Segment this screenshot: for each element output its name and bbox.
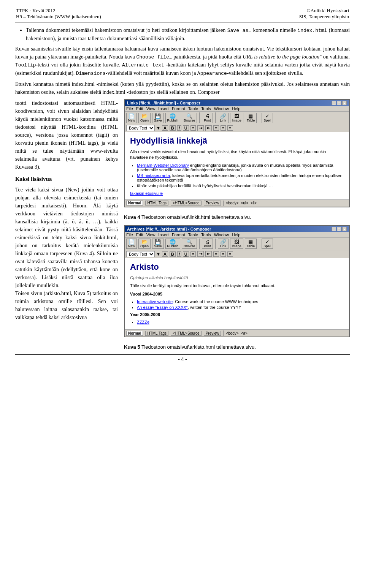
status-ul-tag-1: <ul> <box>241 201 248 205</box>
status-html-source-tab-1[interactable]: <HTML>Source <box>171 201 202 205</box>
maximize-btn-1[interactable]: □ <box>337 101 341 105</box>
link-mb[interactable]: MB-hintaseuranta <box>137 173 170 178</box>
toolbar-table-2[interactable]: ▦Table <box>245 239 257 249</box>
toolbar-publish-1[interactable]: 🌐Publish <box>165 113 181 123</box>
toolbar-new-1[interactable]: 📄New <box>126 113 137 123</box>
toolbar-save-1[interactable]: 💾Save <box>152 113 164 123</box>
menu-insert-1[interactable]: Insert <box>158 106 169 111</box>
toolbar-table-1[interactable]: ▦Table <box>245 113 257 123</box>
format-outdent-2[interactable]: ⇤ <box>205 251 212 257</box>
list-item: Merriam-Webster Dictionary englanti-engl… <box>137 163 344 172</box>
status-normal-tab-1[interactable]: Normal <box>126 201 143 205</box>
minimize-btn-1[interactable]: _ <box>332 101 336 105</box>
menu-window-2[interactable]: Window <box>214 232 229 237</box>
format-italic-2[interactable]: I <box>177 251 181 257</box>
toolbar-open-1[interactable]: 📂Open <box>138 113 151 123</box>
menu-file-2[interactable]: File <box>126 232 133 237</box>
col-left: tuotti tiedostostasi automaattisesti HTM… <box>15 99 118 350</box>
toolbar-publish-2[interactable]: 🌐Publish <box>165 239 181 249</box>
toolbar-print-1[interactable]: 🖨Print <box>202 113 213 123</box>
format-bullets-2[interactable]: ≡ <box>190 251 196 257</box>
menu-help-1[interactable]: Help <box>232 106 241 111</box>
toolbar-spell-1[interactable]: ✓Spell <box>262 113 273 123</box>
toolbar-image-1[interactable]: 🖼Image <box>230 113 243 123</box>
toolbar-image-2[interactable]: 🖼Image <box>230 239 243 249</box>
toolbar-save-2[interactable]: 💾Save <box>152 239 164 249</box>
format-bullets-1[interactable]: ≡ <box>190 125 196 131</box>
toolbar-link-2[interactable]: 🔗Link <box>218 239 229 249</box>
caption2-text: Tiedostoon omatsivut\arkisto.html tallen… <box>140 344 256 350</box>
format-align-right-2[interactable]: ≡ <box>227 251 233 257</box>
composer-1-title-buttons[interactable]: _ □ × <box>332 101 347 105</box>
composer-2-content: Arkisto Opintojen aikaisia harjoitustöit… <box>125 258 349 330</box>
link-zzze[interactable]: ZZZZe <box>137 320 149 324</box>
toolbar-spell-2[interactable]: ✓Spell <box>262 239 273 249</box>
format-italic-1[interactable]: I <box>177 125 181 131</box>
format-align-center-1[interactable]: ≡ <box>221 125 226 131</box>
toolbar-browse-1[interactable]: 🔍Browse <box>182 113 197 123</box>
composer-2-heading: Arkisto <box>130 262 344 272</box>
maximize-btn-2[interactable]: □ <box>337 227 341 231</box>
menu-help-2[interactable]: Help <box>232 232 241 237</box>
toolbar-new-2[interactable]: 📄New <box>126 239 137 249</box>
menu-edit-1[interactable]: Edit <box>136 106 143 111</box>
close-btn-2[interactable]: × <box>342 227 347 231</box>
format-align-right-1[interactable]: ≡ <box>227 125 233 131</box>
menu-format-2[interactable]: Format <box>172 232 185 237</box>
link-interactive-web[interactable]: Interactive web site <box>137 299 173 304</box>
menu-tools-2[interactable]: Tools <box>201 232 211 237</box>
back-link[interactable]: takaisin etusivulle <box>130 191 163 196</box>
menu-file-1[interactable]: File <box>126 106 133 111</box>
col-left-para4: Tee vielä kaksi sivua (New) joihin voit … <box>15 186 118 289</box>
toolbar-link-1[interactable]: 🔗Link <box>218 113 229 123</box>
link-merriam[interactable]: Merriam-Webster Dictionary <box>137 163 189 168</box>
header-left-line2: H9 – Tehtävänanto (WWW-julkaiseminen) <box>16 14 225 20</box>
menu-insert-2[interactable]: Insert <box>158 232 169 237</box>
header-left-line1: TTPK - Kevät 2012 <box>16 8 225 14</box>
status-normal-tab-2[interactable]: Normal <box>126 331 143 336</box>
status-a-tag-2: <a> <box>241 331 248 335</box>
format-style-select-1[interactable]: Body Text <box>126 125 155 131</box>
format-align-left-2[interactable]: ≡ <box>213 251 219 257</box>
format-align-center-2[interactable]: ≡ <box>221 251 226 257</box>
close-btn-1[interactable]: × <box>342 101 347 105</box>
format-align-left-1[interactable]: ≡ <box>213 125 219 131</box>
format-style-select-2[interactable]: Body Text <box>126 251 155 257</box>
menu-view-2[interactable]: View <box>146 232 156 237</box>
format-font-size-1[interactable]: A <box>162 125 168 131</box>
composer-2-formatbar: Body Text ▼ A B I U ≡ ⇥ ⇤ ≡ ≡ ≡ <box>125 250 349 258</box>
menu-view-1[interactable]: View <box>146 106 156 111</box>
format-bold-2[interactable]: B <box>170 251 176 257</box>
link-essay[interactable]: An essay "Essay on XXXX" <box>137 305 188 310</box>
format-underline-2[interactable]: U <box>183 251 189 257</box>
format-sep-1: ▼ <box>156 126 160 130</box>
format-outdent-1[interactable]: ⇤ <box>205 125 212 131</box>
format-underline-1[interactable]: U <box>183 125 189 131</box>
status-html-source-tab-2[interactable]: <HTML>Source <box>171 331 202 336</box>
menu-edit-2[interactable]: Edit <box>136 232 143 237</box>
format-indent-2[interactable]: ⇥ <box>197 251 204 257</box>
menu-table-2[interactable]: Table <box>188 232 198 237</box>
format-bold-1[interactable]: B <box>170 125 176 131</box>
figure-caption-1: Kuva 4 Tiedostoon omatsivut\linkit.html … <box>124 214 350 220</box>
toolbar-browse-2[interactable]: 🔍Browse <box>182 239 197 249</box>
menu-tools-1[interactable]: Tools <box>201 106 211 111</box>
status-preview-tab-2[interactable]: Preview <box>204 331 221 336</box>
composer-1-links: Merriam-Webster Dictionary englanti-engl… <box>137 163 344 188</box>
minimize-btn-2[interactable]: _ <box>332 227 336 231</box>
status-preview-tab-1[interactable]: Preview <box>204 201 221 205</box>
composer-2-title-buttons[interactable]: _ □ × <box>332 227 347 231</box>
status-html-tags-tab-1[interactable]: HTML Tags <box>145 201 168 205</box>
figure-caption-2: Kuva 5 Tiedostoon omatsivut\arkisto.html… <box>124 344 350 350</box>
menu-format-1[interactable]: Format <box>172 106 185 111</box>
composer-2-links2: ZZZZe <box>137 320 344 324</box>
composer-2-menubar[interactable]: File Edit View Insert Format Table Tools… <box>125 232 349 238</box>
format-font-size-2[interactable]: A <box>162 251 168 257</box>
status-html-tags-tab-2[interactable]: HTML Tags <box>145 331 168 336</box>
composer-1-menubar[interactable]: File Edit View Insert Format Table Tools… <box>125 106 349 112</box>
menu-table-1[interactable]: Table <box>188 106 198 111</box>
toolbar-print-2[interactable]: 🖨Print <box>202 239 213 249</box>
toolbar-open-2[interactable]: 📂Open <box>138 239 151 249</box>
menu-window-1[interactable]: Window <box>214 106 229 111</box>
format-indent-1[interactable]: ⇥ <box>197 125 204 131</box>
